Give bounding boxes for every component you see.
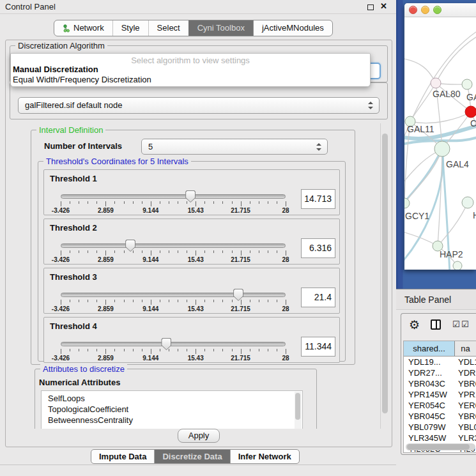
threshold-value-field[interactable]: 6.316 bbox=[301, 238, 335, 258]
table-row[interactable]: YDL19...YDL1 bbox=[404, 357, 476, 367]
table-column-header[interactable]: na bbox=[455, 341, 476, 356]
table-data-combobox[interactable]: galFiltered.sif default node bbox=[18, 97, 380, 114]
slider-tick-labels: -3.4262.8599.14415.4321.71528 bbox=[61, 256, 286, 263]
tick-label: -3.426 bbox=[52, 256, 70, 263]
group-title: Interval Definition bbox=[36, 125, 105, 135]
slider-ticks bbox=[61, 349, 286, 355]
tick-mark bbox=[204, 349, 205, 351]
float-window-icon[interactable] bbox=[367, 4, 374, 10]
tick-mark bbox=[105, 250, 106, 256]
slider-tick-labels: -3.4262.8599.14415.4321.71528 bbox=[61, 305, 286, 312]
table-row[interactable]: YPR145WYPR1 bbox=[404, 389, 476, 400]
attributes-list-scrollbar[interactable] bbox=[295, 392, 302, 429]
tab-infer-network[interactable]: Infer Network bbox=[230, 450, 299, 463]
table-cell: YDL19... bbox=[404, 357, 455, 367]
table-row[interactable]: YBL079WYBL0 bbox=[404, 422, 476, 433]
tick-mark bbox=[178, 349, 178, 351]
attributes-list[interactable]: SelfLoopsTopologicalCoefficientBetweenne… bbox=[41, 390, 303, 429]
network-node-label: GCY1 bbox=[405, 211, 429, 221]
checkbox-checked-icon[interactable]: ☑ bbox=[452, 321, 460, 328]
table-column-header[interactable]: shared... bbox=[404, 341, 455, 356]
slider-track[interactable] bbox=[61, 243, 286, 248]
tick-mark bbox=[142, 300, 142, 302]
threshold-value-field[interactable]: 11.344 bbox=[301, 337, 335, 357]
tab-discretize-data[interactable]: Discretize Data bbox=[154, 450, 229, 463]
network-edge bbox=[438, 149, 442, 246]
apply-button[interactable]: Apply bbox=[178, 429, 220, 443]
table-horizontal-scrollbar[interactable] bbox=[406, 443, 475, 450]
settings-vertical-scrollbar[interactable] bbox=[380, 123, 389, 429]
threshold-label: Threshold 4 bbox=[50, 321, 97, 331]
number-of-intervals-combobox[interactable]: 5 bbox=[141, 139, 328, 155]
tick-mark bbox=[124, 201, 125, 204]
threshold-value-field[interactable]: 21.4 bbox=[301, 288, 335, 307]
table-row[interactable]: YDR27...YDR2 bbox=[404, 367, 476, 378]
column-view-icon[interactable] bbox=[431, 319, 441, 330]
slider-track[interactable] bbox=[61, 293, 286, 297]
tick-mark bbox=[169, 201, 169, 204]
dropdown-option[interactable]: Manual Discretization bbox=[11, 65, 370, 75]
tick-mark bbox=[114, 250, 115, 253]
slider[interactable]: -3.4262.8599.14415.4321.71528 bbox=[61, 243, 286, 263]
gear-icon[interactable]: ⚙ bbox=[409, 318, 420, 332]
tab-impute-data[interactable]: Impute Data bbox=[91, 450, 154, 463]
slider[interactable]: -3.4262.8599.14415.4321.71528 bbox=[61, 293, 286, 312]
minimize-traffic-light-icon[interactable] bbox=[421, 6, 429, 14]
slider-tick-labels: -3.4262.8599.14415.4321.71528 bbox=[61, 207, 286, 214]
attribute-list-item[interactable]: BetweennessCentrality bbox=[48, 415, 302, 426]
settings-scroll-area: Interval Definition Number of Intervals … bbox=[10, 123, 389, 429]
tick-label: 2.859 bbox=[98, 207, 114, 214]
group-title: Attributes to discretize bbox=[40, 364, 127, 374]
network-canvas[interactable]: GAL80GACGAL11GAL4GCY1HHAP2 bbox=[404, 17, 476, 270]
dropdown-option[interactable]: Equal Width/Frequency Discretization bbox=[11, 75, 370, 85]
network-edge bbox=[404, 149, 442, 192]
threshold-value-field[interactable]: 14.713 bbox=[301, 189, 335, 209]
group-title: Threshold's Coordinates for 5 Intervals bbox=[43, 157, 191, 166]
close-traffic-light-icon[interactable] bbox=[409, 6, 417, 14]
tab-network[interactable]: Network bbox=[54, 20, 112, 36]
tab-cyni-toolbox[interactable]: Cyni Toolbox bbox=[188, 20, 253, 36]
tick-mark bbox=[222, 201, 223, 204]
combobox-value: 5 bbox=[148, 139, 153, 155]
network-node-label: H bbox=[473, 210, 476, 220]
slider[interactable]: -3.4262.8599.14415.4321.71528 bbox=[61, 342, 286, 361]
tick-mark bbox=[196, 300, 196, 305]
zoom-traffic-light-icon[interactable] bbox=[433, 6, 441, 14]
tab-jactivemnodules[interactable]: jActiveMNodules bbox=[253, 20, 332, 36]
attribute-list-item[interactable]: TopologicalCoefficient bbox=[48, 404, 302, 415]
tick-mark bbox=[105, 201, 106, 206]
table-row[interactable]: YBR043CYBR0 bbox=[404, 378, 476, 389]
tick-label: 9.144 bbox=[142, 305, 158, 312]
slider-track[interactable] bbox=[61, 342, 286, 346]
tick-label: 28 bbox=[282, 355, 289, 362]
tick-mark bbox=[169, 349, 169, 351]
table-header-row: shared...na bbox=[404, 341, 476, 357]
checkbox-checked-icon[interactable]: ☑ bbox=[461, 321, 469, 328]
tab-style[interactable]: Style bbox=[112, 20, 148, 36]
tab-select[interactable]: Select bbox=[148, 20, 188, 36]
network-window-titlebar bbox=[404, 3, 476, 17]
table-row[interactable]: YER054CYER0 bbox=[404, 400, 476, 411]
tick-label: 2.859 bbox=[98, 305, 114, 312]
slider-track[interactable] bbox=[61, 194, 286, 199]
tick-label: 15.43 bbox=[188, 355, 204, 362]
tick-mark bbox=[268, 349, 268, 351]
attribute-list-item[interactable]: SelfLoops bbox=[48, 393, 302, 404]
number-of-intervals-label: Number of Intervals bbox=[44, 141, 122, 151]
tick-mark bbox=[114, 300, 115, 302]
tick-mark bbox=[114, 201, 115, 204]
table-row[interactable]: YLR345WYLR3 bbox=[404, 433, 476, 443]
tick-label: 21.715 bbox=[231, 207, 250, 214]
slider[interactable]: -3.4262.8599.14415.4321.71528 bbox=[61, 194, 286, 213]
threshold-label: Threshold 1 bbox=[50, 174, 97, 183]
tick-mark bbox=[96, 349, 97, 351]
tick-mark bbox=[79, 349, 79, 351]
tick-mark bbox=[96, 250, 97, 253]
close-icon[interactable]: ✕ bbox=[380, 1, 387, 11]
tick-mark bbox=[259, 201, 259, 204]
table-row[interactable]: YBR045CYBR0 bbox=[404, 411, 476, 422]
combobox-value: galFiltered.sif default node bbox=[25, 98, 122, 113]
tick-mark bbox=[96, 300, 97, 302]
network-node-label: GAL80 bbox=[433, 89, 461, 99]
tick-mark bbox=[250, 201, 250, 204]
